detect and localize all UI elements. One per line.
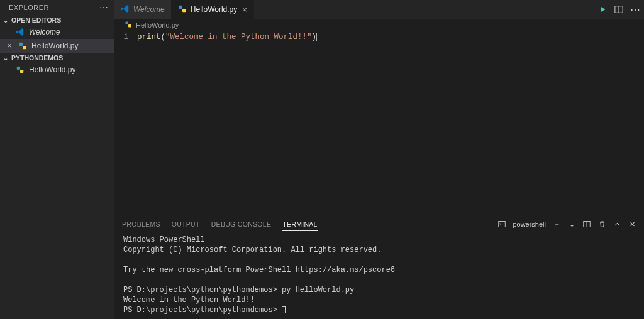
open-editors-section[interactable]: ⌄ OPEN EDITORS <box>0 15 114 25</box>
chevron-down-icon: ⌄ <box>3 55 9 62</box>
panel-tabbar: PROBLEMS OUTPUT DEBUG CONSOLE TERMINAL p… <box>114 217 644 231</box>
terminal-shell-label[interactable]: powershell <box>513 220 546 228</box>
python-file-icon <box>178 4 187 15</box>
terminal-output[interactable]: Windows PowerShell Copyright (C) Microso… <box>114 231 644 319</box>
terminal-dropdown-icon[interactable]: ⌄ <box>567 220 576 229</box>
tab-label: HelloWorld.py <box>191 5 237 14</box>
code-content[interactable]: print("Welcome in the Python World!!") <box>137 31 644 217</box>
line-number: 1 <box>114 31 128 43</box>
open-editors-label: OPEN EDITORS <box>11 16 61 24</box>
code-editor[interactable]: 1 print("Welcome in the Python World!!") <box>114 31 644 217</box>
vscode-icon <box>15 28 25 36</box>
python-file-icon <box>15 65 25 74</box>
explorer-header: EXPLORER ⋯ <box>0 0 114 15</box>
panel-tab-output[interactable]: OUTPUT <box>172 218 200 231</box>
svg-rect-3 <box>20 70 23 73</box>
split-editor-icon[interactable] <box>614 4 624 14</box>
run-icon[interactable] <box>597 4 608 14</box>
explorer-sidebar: EXPLORER ⋯ ⌄ OPEN EDITORS Welcome × Hell… <box>0 0 114 319</box>
code-line[interactable]: print("Welcome in the Python World!!") <box>137 31 644 43</box>
chevron-down-icon: ⌄ <box>3 17 9 24</box>
bottom-panel: PROBLEMS OUTPUT DEBUG CONSOLE TERMINAL p… <box>114 217 644 319</box>
open-editor-helloworld[interactable]: × HelloWorld.py <box>0 39 114 53</box>
svg-rect-0 <box>19 43 23 46</box>
svg-rect-5 <box>182 9 186 12</box>
tab-label: Welcome <box>133 5 165 14</box>
explorer-title: EXPLORER <box>9 4 49 11</box>
workspace-section[interactable]: ⌄ PYTHONDEMOS <box>0 53 114 63</box>
svg-rect-4 <box>179 5 182 8</box>
panel-tab-problems[interactable]: PROBLEMS <box>122 218 160 231</box>
kill-terminal-icon[interactable] <box>597 220 606 229</box>
split-terminal-icon[interactable] <box>582 220 591 229</box>
token-paren: ( <box>161 33 166 41</box>
editor-tabbar: Welcome HelloWorld.py × ⋯ <box>114 0 644 19</box>
close-icon[interactable]: × <box>242 5 247 14</box>
text-cursor <box>316 33 317 41</box>
breadcrumb-file: HelloWorld.py <box>136 21 179 29</box>
token-function: print <box>137 33 161 41</box>
close-panel-icon[interactable]: ✕ <box>628 220 636 229</box>
token-string: "Welcome in the Python World!!" <box>165 33 312 41</box>
app-root: EXPLORER ⋯ ⌄ OPEN EDITORS Welcome × Hell… <box>0 0 644 319</box>
breadcrumb[interactable]: HelloWorld.py <box>114 19 644 31</box>
tab-helloworld[interactable]: HelloWorld.py × <box>172 0 254 19</box>
vscode-icon <box>121 4 130 15</box>
open-editor-label: Welcome <box>29 28 60 36</box>
main-area: Welcome HelloWorld.py × ⋯ <box>114 0 644 319</box>
python-file-icon <box>18 41 28 50</box>
more-actions-icon[interactable]: ⋯ <box>630 4 640 14</box>
line-number-gutter: 1 <box>114 31 137 217</box>
panel-tabs-left: PROBLEMS OUTPUT DEBUG CONSOLE TERMINAL <box>122 218 318 231</box>
close-icon[interactable]: × <box>5 41 14 50</box>
panel-tab-terminal[interactable]: TERMINAL <box>282 218 318 231</box>
terminal-cursor <box>282 306 286 313</box>
panel-actions: powershell ＋ ⌄ ✕ <box>497 220 636 229</box>
svg-rect-10 <box>499 222 506 227</box>
svg-rect-9 <box>128 24 131 28</box>
svg-rect-8 <box>126 22 129 25</box>
workspace-label: PYTHONDEMOS <box>11 54 63 62</box>
svg-rect-1 <box>23 46 26 49</box>
terminal-shell-icon[interactable] <box>497 220 506 229</box>
explorer-more-icon[interactable]: ⋯ <box>99 3 108 13</box>
svg-rect-2 <box>17 67 20 70</box>
token-paren: ) <box>312 33 317 41</box>
open-editor-welcome[interactable]: Welcome <box>0 25 114 39</box>
new-terminal-icon[interactable]: ＋ <box>552 220 561 229</box>
panel-tab-debug-console[interactable]: DEBUG CONSOLE <box>211 218 272 231</box>
workspace-file-label: HelloWorld.py <box>29 65 75 74</box>
workspace-file-helloworld[interactable]: HelloWorld.py <box>0 63 114 77</box>
maximize-panel-icon[interactable] <box>613 220 621 229</box>
editor-actions: ⋯ <box>597 4 640 14</box>
open-editor-label: HelloWorld.py <box>31 41 78 50</box>
python-file-icon <box>125 21 132 30</box>
tab-welcome[interactable]: Welcome <box>114 0 172 19</box>
